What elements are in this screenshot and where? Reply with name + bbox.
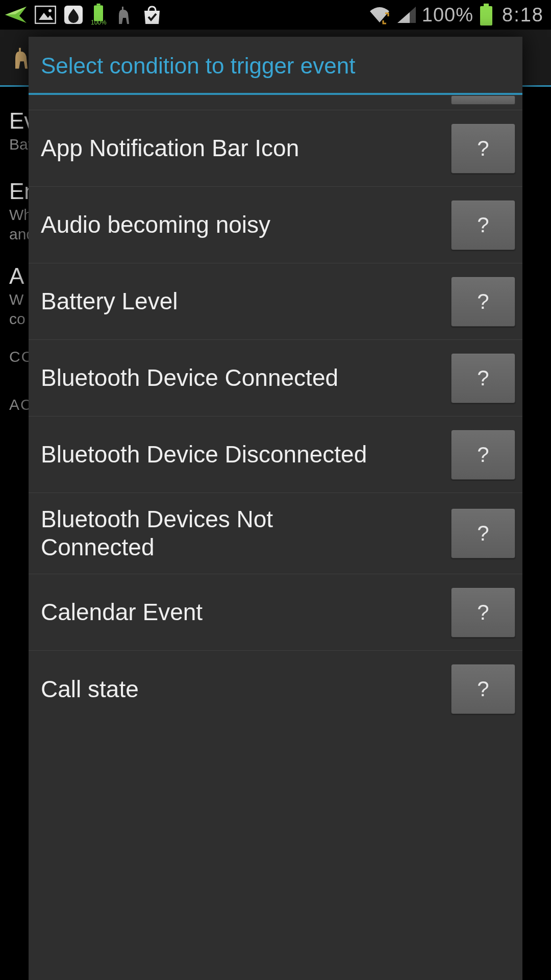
help-button[interactable]: ?: [451, 200, 515, 250]
dialog-title: Select condition to trigger event: [29, 37, 522, 93]
condition-label: Bluetooth Device Disconnected: [41, 440, 367, 469]
help-button[interactable]: ?: [451, 430, 515, 480]
condition-label: App Notification Bar Icon: [41, 134, 299, 162]
condition-label: Battery Level: [41, 287, 178, 315]
droplet-icon: [63, 5, 84, 25]
condition-row-audio-becoming-noisy[interactable]: Audio becoming noisy ?: [29, 187, 522, 263]
condition-row-calendar-event[interactable]: Calendar Event ?: [29, 574, 522, 651]
help-button[interactable]: ?: [451, 664, 515, 714]
condition-label: Bluetooth Devices Not Connected: [41, 505, 388, 561]
condition-row-app-notification-bar-icon[interactable]: App Notification Bar Icon ?: [29, 110, 522, 187]
condition-row-call-state[interactable]: Call state ?: [29, 651, 522, 727]
picture-icon: [35, 6, 56, 24]
condition-list[interactable]: App Notification Bar Icon ? Audio becomi…: [29, 95, 522, 980]
battery-small-label: 100%: [91, 19, 107, 26]
shopping-bag-check-icon: [141, 5, 163, 25]
status-right-group: 100% 8:18: [368, 4, 544, 26]
condition-row-battery-level[interactable]: Battery Level ?: [29, 263, 522, 340]
svg-marker-0: [5, 7, 27, 23]
help-button[interactable]: ?: [451, 587, 515, 638]
svg-rect-6: [97, 4, 101, 6]
clock-text: 8:18: [502, 4, 544, 26]
help-button[interactable]: ?: [451, 277, 515, 327]
condition-row-bluetooth-device-connected[interactable]: Bluetooth Device Connected ?: [29, 340, 522, 416]
send-plane-icon: [4, 6, 28, 24]
svg-marker-3: [39, 13, 53, 20]
condition-label: Calendar Event: [41, 598, 203, 626]
help-button[interactable]: ?: [451, 124, 515, 174]
svg-point-4: [48, 9, 52, 12]
help-button[interactable]: ?: [451, 508, 515, 558]
battery-icon: [479, 4, 494, 26]
battery-percent-text: 100%: [422, 4, 473, 26]
condition-row-bluetooth-devices-not-connected[interactable]: Bluetooth Devices Not Connected ?: [29, 493, 522, 574]
condition-row-bluetooth-device-disconnected[interactable]: Bluetooth Device Disconnected ?: [29, 416, 522, 493]
list-row-peek-top: [29, 95, 522, 110]
llama-status-icon: [114, 5, 134, 25]
help-button-peek[interactable]: [451, 95, 515, 105]
svg-rect-10: [484, 4, 489, 6]
condition-label: Call state: [41, 675, 139, 703]
help-button[interactable]: ?: [451, 353, 515, 403]
wifi-icon: [368, 5, 391, 24]
svg-rect-11: [480, 6, 492, 26]
condition-label: Bluetooth Device Connected: [41, 364, 338, 392]
cell-signal-icon: [396, 6, 417, 24]
battery-small-icon: 100%: [91, 4, 107, 26]
status-left-group: 100%: [4, 4, 163, 26]
condition-label: Audio becoming noisy: [41, 211, 270, 239]
select-condition-dialog: Select condition to trigger event App No…: [29, 37, 522, 980]
status-bar: 100% 10: [0, 0, 551, 30]
